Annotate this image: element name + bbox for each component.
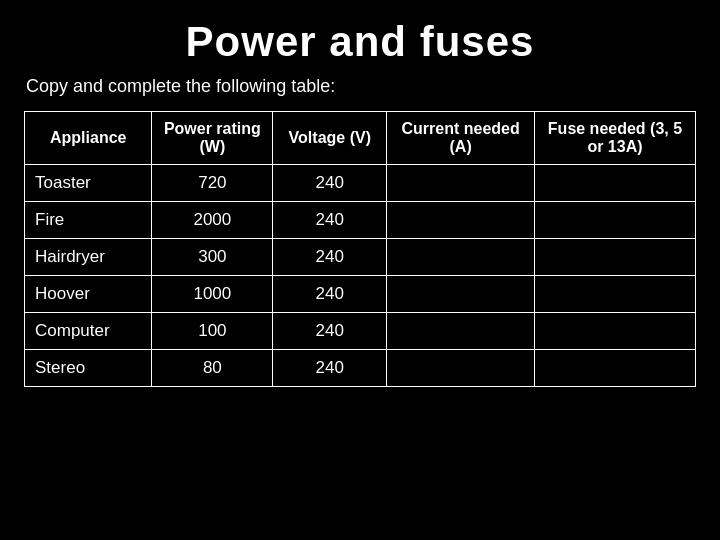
cell-current <box>387 239 535 276</box>
cell-voltage: 240 <box>273 202 387 239</box>
header-power: Power rating (W) <box>152 112 273 165</box>
cell-fuse <box>534 276 695 313</box>
cell-voltage: 240 <box>273 165 387 202</box>
cell-current <box>387 313 535 350</box>
cell-fuse <box>534 165 695 202</box>
cell-current <box>387 165 535 202</box>
table-row: Toaster720240 <box>25 165 696 202</box>
header-voltage: Voltage (V) <box>273 112 387 165</box>
cell-power: 1000 <box>152 276 273 313</box>
cell-power: 80 <box>152 350 273 387</box>
subtitle: Copy and complete the following table: <box>24 76 335 97</box>
table-row: Hairdryer300240 <box>25 239 696 276</box>
cell-fuse <box>534 202 695 239</box>
table-row: Hoover1000240 <box>25 276 696 313</box>
cell-voltage: 240 <box>273 313 387 350</box>
cell-power: 100 <box>152 313 273 350</box>
cell-fuse <box>534 239 695 276</box>
table-row: Computer100240 <box>25 313 696 350</box>
header-fuse: Fuse needed (3, 5 or 13A) <box>534 112 695 165</box>
header-current: Current needed (A) <box>387 112 535 165</box>
cell-fuse <box>534 313 695 350</box>
cell-appliance: Stereo <box>25 350 152 387</box>
cell-fuse <box>534 350 695 387</box>
cell-voltage: 240 <box>273 239 387 276</box>
cell-appliance: Hairdryer <box>25 239 152 276</box>
cell-power: 300 <box>152 239 273 276</box>
cell-appliance: Fire <box>25 202 152 239</box>
cell-voltage: 240 <box>273 276 387 313</box>
page-container: Power and fuses Copy and complete the fo… <box>0 0 720 540</box>
cell-power: 720 <box>152 165 273 202</box>
cell-current <box>387 350 535 387</box>
header-appliance: Appliance <box>25 112 152 165</box>
cell-appliance: Hoover <box>25 276 152 313</box>
cell-voltage: 240 <box>273 350 387 387</box>
table-row: Stereo80240 <box>25 350 696 387</box>
cell-appliance: Computer <box>25 313 152 350</box>
page-title: Power and fuses <box>24 18 696 66</box>
table-row: Fire2000240 <box>25 202 696 239</box>
cell-power: 2000 <box>152 202 273 239</box>
cell-appliance: Toaster <box>25 165 152 202</box>
cell-current <box>387 276 535 313</box>
table-header-row: Appliance Power rating (W) Voltage (V) C… <box>25 112 696 165</box>
data-table: Appliance Power rating (W) Voltage (V) C… <box>24 111 696 387</box>
cell-current <box>387 202 535 239</box>
